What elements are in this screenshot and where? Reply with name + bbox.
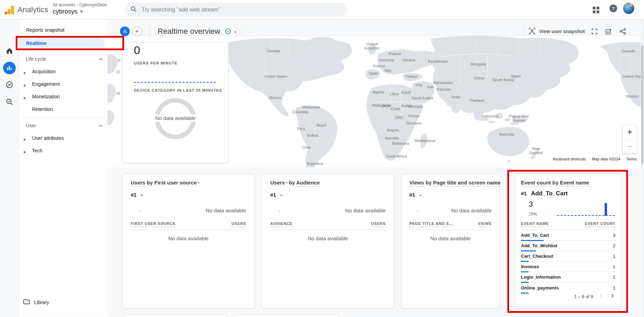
page-scrollbar[interactable]: [641, 20, 644, 317]
map-country-label: Chad: [391, 107, 400, 111]
card-title[interactable]: Views by Page title and screen name: [409, 180, 501, 186]
rank-value: -: [419, 191, 422, 198]
column-metric[interactable]: USERS: [371, 221, 386, 227]
sidebar-item-tech[interactable]: Tech: [32, 148, 43, 153]
card-title[interactable]: Users▾ by Audience: [270, 180, 320, 186]
expand-arrow-icon[interactable]: [23, 149, 26, 152]
advertising-icon[interactable]: [5, 98, 14, 107]
view-user-snapshot-button[interactable]: View user snapshot: [528, 27, 585, 36]
map-country-label: Egypt: [401, 90, 411, 94]
fullscreen-icon[interactable]: [591, 28, 598, 35]
map-country-label: Venezuela: [302, 105, 320, 109]
help-icon[interactable]: ?: [609, 5, 617, 12]
expand-arrow-icon[interactable]: [23, 136, 26, 139]
top-event-percent: 25%: [529, 212, 537, 217]
breadcrumb-separator: ›: [77, 3, 78, 7]
expand-arrow-icon[interactable]: [23, 95, 26, 98]
dimension-value: -: [417, 208, 418, 213]
map-country-label: Japan: [510, 74, 521, 78]
column-dimension[interactable]: PAGE TITLE AND S…: [409, 221, 453, 227]
report-status-badge[interactable]: [222, 28, 241, 37]
expand-arrow-icon[interactable]: [23, 82, 26, 85]
map-country-label: United States: [264, 74, 288, 78]
sidebar-item-acquisition[interactable]: Acquisition: [32, 69, 56, 74]
column-metric[interactable]: EVENT COUNT: [585, 221, 615, 227]
terms-link[interactable]: Terms: [624, 156, 639, 162]
scrollbar-thumb[interactable]: [641, 45, 643, 164]
sidebar-divider: [23, 314, 105, 314]
sidebar-item-monetization[interactable]: Monetization: [32, 94, 60, 99]
card-table-header: AUDIENCE USERS: [270, 221, 386, 227]
zoom-in-icon[interactable]: +: [627, 125, 632, 139]
map-country-label: Tanzania: [406, 121, 422, 125]
card-title[interactable]: Users by First user source▾: [131, 180, 199, 186]
share-icon[interactable]: [619, 28, 626, 35]
column-metric[interactable]: VIEWS: [478, 221, 492, 227]
map-attribution: Keyboard shortcuts Map data ©2024 Terms: [551, 156, 639, 162]
map-country-label: NewZealand: [529, 146, 543, 155]
sidebar-item-label: Realtime: [26, 40, 46, 46]
event-row: Cart_Checkout1: [521, 251, 615, 262]
chevron-right-icon[interactable]: [609, 293, 615, 300]
analytics-logo-icon[interactable]: [4, 5, 15, 16]
reports-icon[interactable]: [3, 62, 16, 74]
column-dimension[interactable]: FIRST USER SOURCE: [131, 221, 176, 227]
search-icon: [130, 6, 137, 14]
realtime-users-card: 0 USERS PER MINUTE DEVICE CATEGORY IN LA…: [122, 42, 229, 163]
add-comparison-button[interactable]: +: [132, 27, 142, 36]
sidebar-item-reports-snapshot[interactable]: Reports snapshot: [26, 27, 65, 33]
table-separator: [131, 230, 246, 230]
zoom-out-icon[interactable]: −: [627, 139, 632, 153]
sidebar-section-life-cycle[interactable]: Life cycle: [26, 56, 46, 62]
column-dimension[interactable]: EVENT NAME: [521, 221, 549, 227]
map-country-label: Colombia: [292, 110, 309, 114]
column-metric[interactable]: USERS: [232, 221, 246, 227]
map-country-label: Mexico: [626, 94, 638, 98]
sidebar-item-realtime[interactable]: Realtime: [19, 37, 105, 49]
keyboard-shortcuts-link[interactable]: Keyboard shortcuts: [551, 156, 589, 162]
comparison-avatar[interactable]: A: [120, 27, 130, 36]
search-input[interactable]: [142, 7, 341, 13]
expand-arrow-icon[interactable]: [23, 70, 26, 73]
user-snapshot-icon: [528, 27, 536, 36]
sidebar-item-engagement[interactable]: Engagement: [32, 81, 60, 87]
top-event-name: Add_To_Cart: [531, 190, 568, 197]
map-country-label: Kazakhstan: [428, 59, 448, 63]
property-selector[interactable]: cybrosys: [53, 8, 83, 15]
table-empty-label: No data available: [262, 235, 394, 241]
sidebar-item-user-attributes[interactable]: User attributes: [32, 135, 64, 141]
explore-icon[interactable]: [5, 81, 14, 90]
apps-grid-icon[interactable]: [593, 7, 599, 13]
card-title[interactable]: Event count by Event name: [521, 180, 589, 186]
sidebar-item-retention[interactable]: Retention: [32, 106, 53, 112]
search-bar[interactable]: [125, 3, 347, 17]
event-table: Add_To_Cart3Add_To_Wishlist2Cart_Checkou…: [521, 230, 615, 293]
event-name: Login_Information: [521, 274, 561, 280]
users-sparkline: [134, 82, 216, 83]
dimension-value: -: [279, 208, 280, 213]
card-views-by-page-title: Views by Page title and screen name #1 -…: [401, 174, 500, 309]
card-event-count-by-event-name: Event count by Event name #1 Add_To_Cart…: [515, 174, 621, 309]
map-country-label: Afghanistan: [433, 81, 453, 85]
left-nav-rail: [0, 20, 19, 317]
column-dimension[interactable]: AUDIENCE: [270, 221, 293, 227]
map-country-label: Canada: [622, 49, 635, 53]
event-name: Invoices: [521, 264, 539, 269]
customize-report-icon[interactable]: [605, 28, 612, 35]
breadcrumb-root[interactable]: All accounts: [53, 2, 75, 7]
sidebar-item-library[interactable]: Library: [23, 299, 49, 306]
event-name: Add_To_Cart: [521, 233, 549, 238]
event-name: Cart_Checkout: [521, 254, 553, 259]
home-icon[interactable]: [5, 47, 14, 56]
sidebar-section-user[interactable]: User: [26, 123, 36, 128]
card-users-by-audience: Users▾ by Audience #1 - - No data availa…: [262, 174, 394, 309]
user-avatar[interactable]: [623, 3, 634, 14]
map-country-label: Cl: [116, 70, 120, 74]
breadcrumb[interactable]: All accounts›CybrosysOdoo: [53, 2, 107, 7]
collapse-chevron-icon[interactable]: [99, 123, 103, 129]
collapse-chevron-icon[interactable]: [99, 56, 103, 63]
map-country-label: Thailand: [469, 98, 484, 103]
card-table-header: FIRST USER SOURCE USERS: [131, 221, 246, 227]
map-country-label: Iran: [427, 85, 434, 89]
breadcrumb-account[interactable]: CybrosysOdoo: [79, 2, 107, 7]
